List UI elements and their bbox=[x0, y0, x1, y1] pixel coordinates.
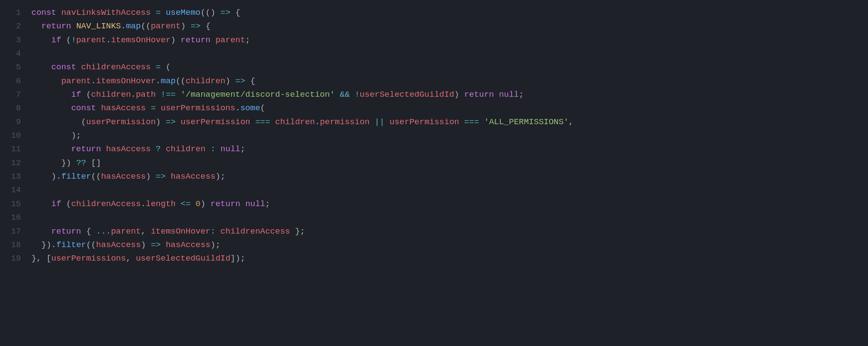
token-plain bbox=[161, 117, 165, 127]
token-op: ... bbox=[96, 227, 111, 236]
token-kw: if bbox=[71, 90, 81, 99]
token-punc: ) bbox=[454, 90, 459, 99]
code-line[interactable]: if (childrenAccess.length <= 0) return n… bbox=[31, 197, 574, 211]
code-line[interactable]: const hasAccess = userPermissions.some( bbox=[31, 102, 574, 115]
code-line[interactable] bbox=[31, 47, 574, 61]
token-plain bbox=[156, 103, 161, 113]
line-number: 19 bbox=[0, 252, 21, 265]
code-line[interactable]: ); bbox=[31, 129, 574, 142]
code-line[interactable]: (userPermission) => userPermission === c… bbox=[31, 115, 574, 129]
token-op: = bbox=[156, 62, 161, 72]
token-var: itemsOnHover bbox=[151, 227, 211, 236]
token-op: : bbox=[211, 144, 215, 154]
token-var: parent bbox=[151, 21, 181, 31]
token-kw: null bbox=[245, 199, 265, 209]
token-op: || bbox=[375, 117, 385, 127]
token-plain bbox=[350, 90, 355, 99]
token-kw: null bbox=[499, 90, 519, 99]
token-var: permission bbox=[320, 117, 369, 127]
code-content[interactable]: const navLinksWithAccess = useMemo(() =>… bbox=[31, 6, 574, 266]
code-line[interactable] bbox=[31, 183, 574, 197]
token-var: children bbox=[275, 117, 315, 127]
token-op: !== bbox=[161, 90, 175, 99]
token-plain bbox=[81, 90, 86, 99]
token-var: itemsOnHover bbox=[111, 35, 171, 45]
token-punc: { bbox=[86, 227, 96, 236]
code-line[interactable]: const childrenAccess = ( bbox=[31, 61, 574, 74]
token-op: : bbox=[211, 227, 215, 236]
token-punc: ; bbox=[245, 35, 250, 45]
token-plain bbox=[86, 158, 91, 168]
token-punc: ) bbox=[146, 172, 150, 181]
token-punc: . bbox=[121, 21, 126, 31]
token-plain bbox=[71, 158, 76, 168]
token-kw: const bbox=[71, 103, 96, 113]
token-plain bbox=[335, 90, 340, 99]
token-kw: return bbox=[71, 144, 101, 154]
token-punc: (( bbox=[176, 76, 186, 86]
code-line[interactable] bbox=[31, 211, 574, 224]
token-plain bbox=[479, 117, 484, 127]
token-punc: . bbox=[91, 76, 96, 86]
token-plain bbox=[31, 103, 71, 113]
token-fn: map bbox=[126, 21, 141, 31]
code-line[interactable]: }, [userPermissions, userSelectedGuildId… bbox=[31, 252, 574, 265]
code-line[interactable]: }) ?? [] bbox=[31, 156, 574, 170]
token-num: 0 bbox=[195, 199, 200, 209]
token-plain bbox=[161, 144, 165, 154]
token-op: ! bbox=[355, 90, 359, 99]
token-punc: ( bbox=[166, 62, 171, 72]
code-line[interactable]: if (children.path !== '/management/disco… bbox=[31, 88, 574, 102]
token-plain bbox=[205, 199, 210, 209]
token-op: => bbox=[236, 76, 246, 86]
token-plain bbox=[215, 8, 220, 17]
token-var: hasAccess bbox=[101, 172, 146, 181]
token-kw: if bbox=[51, 35, 62, 45]
code-line[interactable]: ).filter((hasAccess) => hasAccess); bbox=[31, 170, 574, 183]
token-op: = bbox=[151, 103, 156, 113]
line-number: 11 bbox=[0, 142, 21, 156]
code-editor[interactable]: 12345678910111213141516171819 const navL… bbox=[0, 0, 868, 266]
token-var: hasAccess bbox=[106, 144, 151, 154]
token-plain bbox=[56, 8, 61, 17]
token-punc: ) bbox=[226, 76, 230, 86]
token-plain bbox=[76, 62, 81, 72]
token-kw: return bbox=[181, 35, 210, 45]
token-plain bbox=[211, 35, 215, 45]
code-line[interactable]: }).filter((hasAccess) => hasAccess); bbox=[31, 238, 574, 252]
token-plain bbox=[250, 117, 255, 127]
token-plain bbox=[240, 199, 245, 209]
token-plain bbox=[201, 21, 205, 31]
token-kw: return bbox=[51, 227, 81, 236]
token-punc: ( bbox=[66, 199, 71, 209]
line-number: 9 bbox=[0, 115, 21, 129]
code-line[interactable]: const navLinksWithAccess = useMemo(() =>… bbox=[31, 6, 574, 20]
token-op: ? bbox=[156, 144, 161, 154]
token-plain bbox=[161, 62, 165, 72]
token-fn: useMemo bbox=[166, 8, 201, 17]
token-plain bbox=[459, 117, 464, 127]
code-line[interactable]: if (!parent.itemsOnHover) return parent; bbox=[31, 34, 574, 47]
token-plain bbox=[385, 117, 390, 127]
token-plain bbox=[61, 35, 66, 45]
token-plain bbox=[186, 21, 191, 31]
code-line[interactable]: return { ...parent, itemsOnHover: childr… bbox=[31, 225, 574, 238]
code-line[interactable]: return NAV_LINKS.map((parent) => { bbox=[31, 20, 574, 33]
token-punc: , bbox=[141, 227, 151, 236]
code-line[interactable]: return hasAccess ? children : null; bbox=[31, 142, 574, 156]
token-op: && bbox=[340, 90, 350, 99]
token-punc: ); bbox=[71, 131, 81, 140]
token-plain bbox=[230, 8, 235, 17]
token-var: children bbox=[91, 90, 131, 99]
token-var: hasAccess bbox=[166, 240, 211, 250]
code-line[interactable]: parent.itemsOnHover.map((children) => { bbox=[31, 75, 574, 88]
token-plain bbox=[31, 199, 51, 209]
token-var: path bbox=[136, 90, 156, 99]
token-punc: . bbox=[131, 90, 136, 99]
token-op: === bbox=[255, 117, 270, 127]
token-punc: }) bbox=[61, 158, 71, 168]
token-punc: { bbox=[236, 8, 240, 17]
line-number: 13 bbox=[0, 170, 21, 183]
token-punc: , bbox=[569, 117, 574, 127]
token-kw: if bbox=[51, 199, 62, 209]
